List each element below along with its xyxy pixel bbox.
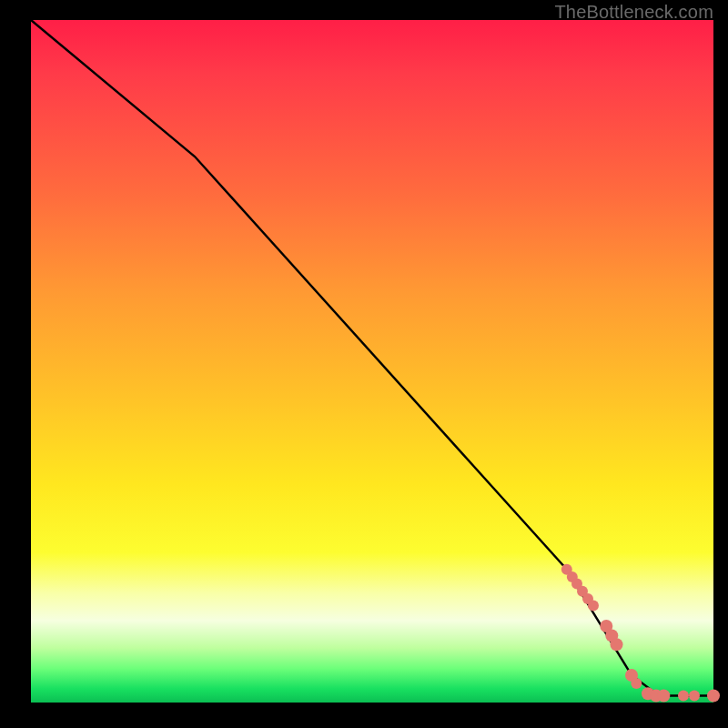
chart-stage: TheBottleneck.com bbox=[0, 0, 728, 728]
data-point bbox=[588, 601, 599, 612]
plot-area bbox=[31, 20, 713, 703]
data-point bbox=[707, 690, 720, 703]
data-points-group bbox=[561, 564, 720, 703]
chart-svg bbox=[31, 20, 713, 703]
data-point bbox=[678, 691, 689, 702]
data-point bbox=[611, 638, 623, 651]
curve-line bbox=[31, 20, 713, 696]
data-point bbox=[631, 678, 642, 689]
data-point bbox=[657, 690, 670, 703]
data-point bbox=[689, 691, 700, 702]
